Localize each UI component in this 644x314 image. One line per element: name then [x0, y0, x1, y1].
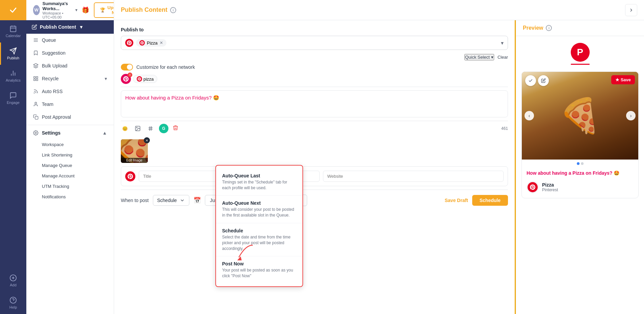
website-input[interactable]: [323, 171, 504, 182]
clear-button[interactable]: Clear: [498, 55, 508, 60]
when-to-post-row: When to post Schedule 📅 Jun 20, 2022, 3:…: [121, 190, 508, 211]
tag-name: Pizza: [147, 40, 158, 46]
dropdown-option-auto-queue-last[interactable]: Auto-Queue Last Timings set in the "Sche…: [216, 168, 302, 196]
sidebar-publish-content-header[interactable]: Publish Content ▾: [26, 20, 114, 34]
remove-image-button[interactable]: ✕: [144, 137, 150, 143]
sidebar-recycle-label: Recycle: [42, 76, 59, 81]
svg-point-24: [35, 102, 36, 104]
left-navigation: Calendar Publish Analytics Engage Add He…: [0, 0, 26, 314]
network-tab-pizza[interactable]: pizza: [133, 75, 157, 83]
customize-toggle[interactable]: [121, 64, 133, 70]
svg-rect-21: [36, 79, 38, 81]
svg-rect-22: [34, 79, 35, 81]
preview-save-button[interactable]: ★ Save: [611, 75, 635, 84]
pizza-tag: Pizza ✕: [136, 39, 166, 47]
sidebar-item-auto-rss[interactable]: Auto RSS: [26, 85, 114, 98]
network-tabs: ! pizza: [121, 74, 508, 87]
delete-content-button[interactable]: [172, 125, 179, 132]
main-title: Publish Content i: [121, 6, 176, 13]
sidebar-settings-section[interactable]: Settings ▲: [26, 126, 114, 139]
sidebar-item-team[interactable]: Team: [26, 98, 114, 111]
sidebar-settings-manage-account[interactable]: Manage Account: [26, 171, 114, 181]
sidebar-item-bulk-upload[interactable]: Bulk Upload: [26, 59, 114, 72]
sidebar-suggestion-label: Suggestion: [42, 50, 65, 56]
calendar-picker-icon[interactable]: 📅: [193, 197, 201, 204]
tag-remove-button[interactable]: ✕: [160, 40, 163, 45]
user-icon: [33, 102, 38, 107]
main-title-info-icon[interactable]: i: [170, 7, 176, 13]
grammarly-icon[interactable]: G: [159, 124, 168, 133]
emoji-button[interactable]: 😊: [121, 125, 129, 133]
toggle-knob: [127, 64, 132, 70]
hashtag-button[interactable]: [146, 124, 155, 133]
workspace-chevron-icon[interactable]: ▾: [75, 7, 78, 12]
nav-item-add[interactable]: Add: [0, 269, 26, 292]
quick-select-row: Quick Select ▾ Clear: [121, 54, 508, 60]
save-draft-button[interactable]: Save Draft: [445, 198, 468, 203]
main-topbar: Publish Content i: [114, 0, 644, 20]
image-thumbnail: Edit Image: [121, 139, 148, 163]
schedule-select[interactable]: Schedule: [153, 195, 189, 206]
schedule-button[interactable]: Schedule: [472, 195, 508, 206]
sidebar-item-recycle[interactable]: Recycle ▾: [26, 72, 114, 85]
nav-item-help[interactable]: Help: [0, 292, 26, 314]
pinterest-field-row: [125, 171, 504, 182]
main-content: Publish to Pizza ✕ ▾: [114, 20, 644, 314]
preview-post-text: How about having a Pizza on Fridays? 🤩: [522, 168, 638, 178]
tag-select[interactable]: Pizza ✕ ▾: [121, 36, 508, 50]
dropdown-option-auto-queue-next[interactable]: Auto-Queue Next This will consider your …: [216, 196, 302, 223]
star-icon: ★: [615, 77, 619, 82]
sidebar-item-post-approval[interactable]: Post Approval: [26, 111, 114, 123]
preview-dot-1: [577, 162, 580, 165]
app-logo[interactable]: [0, 0, 26, 20]
network-tab-pinterest-warning[interactable]: !: [121, 74, 131, 84]
recycle-chevron-icon: ▾: [105, 76, 107, 81]
nav-item-analytics[interactable]: Analytics: [0, 65, 26, 87]
preview-edit-button[interactable]: [538, 75, 549, 86]
nav-item-engage[interactable]: Engage: [0, 87, 26, 109]
publish-form: Publish to Pizza ✕ ▾: [114, 20, 516, 314]
preview-check-button[interactable]: [525, 75, 536, 86]
table-icon: [33, 76, 38, 81]
nav-label-analytics: Analytics: [6, 78, 21, 82]
svg-rect-1: [10, 26, 16, 32]
rss-icon: [33, 89, 38, 94]
preview-nav-right-button[interactable]: ›: [626, 111, 636, 120]
image-button[interactable]: [133, 124, 142, 133]
settings-icon: [33, 130, 38, 136]
nav-item-publish[interactable]: Publish: [0, 42, 26, 65]
nav-item-calendar[interactable]: Calendar: [0, 20, 26, 42]
preview-profile-info: Pizza Pinterest: [542, 182, 558, 192]
schedule-dropdown-popup: Auto-Queue Last Timings set in the "Sche…: [215, 165, 303, 287]
post-now-desc: Your post will be posted as soon as you …: [222, 267, 296, 279]
bookmark-icon: [33, 50, 38, 56]
preview-profile-name: Pizza: [542, 182, 558, 188]
collapse-button[interactable]: [625, 4, 637, 16]
sidebar-settings-utm-tracking[interactable]: UTM Tracking: [26, 181, 114, 192]
tag-select-chevron-icon: ▾: [501, 40, 504, 46]
svg-rect-19: [34, 77, 35, 78]
sidebar-item-suggestion[interactable]: Suggestion: [26, 47, 114, 59]
quick-select-button[interactable]: Quick Select ▾: [464, 54, 494, 60]
topbar-actions: 🎁 🏆 Upgrade Now 🔔 ☑ ▾: [82, 2, 114, 18]
upgrade-button[interactable]: 🏆 Upgrade Now: [94, 2, 114, 18]
preview-nav-left-button[interactable]: ‹: [525, 111, 534, 120]
svg-line-32: [151, 126, 152, 131]
nav-label-help: Help: [9, 305, 17, 309]
gift-icon[interactable]: 🎁: [82, 6, 89, 14]
sidebar-settings-workspace[interactable]: Workspace: [26, 139, 114, 150]
auto-queue-last-desc: Timings set in the "Schedule" tab for ea…: [222, 179, 296, 191]
sidebar-item-queue[interactable]: Queue: [26, 34, 114, 47]
sidebar-settings-manage-queue[interactable]: Manage Queue: [26, 160, 114, 171]
sidebar-settings-notifications[interactable]: Notifications: [26, 192, 114, 202]
sidebar-settings-link-shortening[interactable]: Link Shortening: [26, 150, 114, 160]
pinterest-underline: [571, 64, 590, 65]
tab-pizza-label: pizza: [143, 77, 154, 82]
auto-queue-last-title: Auto-Queue Last: [222, 173, 296, 178]
edit-icon: [32, 24, 37, 30]
preview-info-icon[interactable]: i: [546, 25, 552, 31]
customize-label: Customize for each network: [136, 64, 195, 70]
post-text-area[interactable]: How about having a Pizza on Fridays? 🤩: [121, 90, 508, 117]
svg-point-23: [34, 93, 34, 93]
preview-header: Preview i: [516, 20, 644, 36]
